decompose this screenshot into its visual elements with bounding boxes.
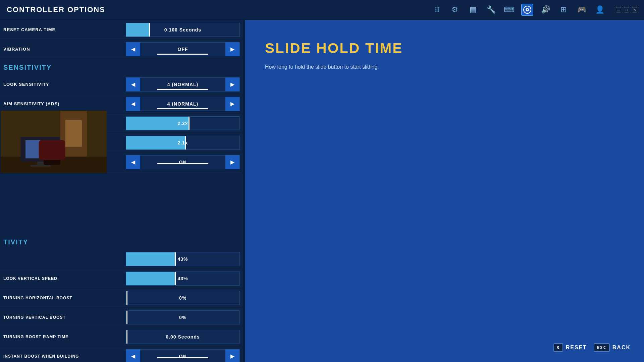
instant-boost-value: ON	[140, 354, 225, 359]
look-vertical-row: LOOK VERTICAL SPEED 43%	[0, 269, 245, 288]
close-button[interactable]: ✕	[632, 7, 637, 12]
build-mode-value2: 2.1x	[126, 140, 239, 145]
look-sensitivity-row: LOOK SENSITIVITY ◀ 4 (NORMAL) ▶	[0, 75, 245, 94]
look-sensitivity-bar	[157, 89, 208, 90]
user-icon[interactable]: 👤	[594, 4, 606, 16]
toggle-right-button[interactable]: ▶	[225, 155, 239, 169]
instant-boost-row: INSTANT BOOST WHEN BUILDING ◀ ON ▶	[0, 347, 245, 362]
svg-rect-9	[37, 162, 44, 165]
reset-camera-time-value: 0.100 Seconds	[126, 27, 239, 33]
turning-vertical-slider[interactable]: 0%	[126, 310, 240, 324]
vibration-row: VIBRATION ◀ OFF ▶	[0, 40, 245, 59]
webcam-overlay	[0, 110, 107, 174]
turning-horizontal-row: TURNING HORIZONTAL BOOST 0%	[0, 288, 245, 308]
look-horizontal-value: 43%	[126, 256, 239, 262]
aim-sensitivity-label: AIM SENSITIVITY (ADS)	[3, 101, 124, 106]
monitor-icon[interactable]: 🖥	[431, 4, 443, 16]
speaker-icon[interactable]: 🔊	[539, 4, 551, 16]
vibration-left-button[interactable]: ◀	[126, 42, 140, 56]
back-label: BACK	[612, 345, 631, 351]
reset-label: RESET	[566, 345, 587, 351]
instant-boost-left-button[interactable]: ◀	[126, 349, 140, 362]
turning-boost-ramp-value: 0.00 Seconds	[126, 334, 239, 340]
title-bar: CONTROLLER OPTIONS 🖥 ⚙ ▤ 🔧 ⌨ 🔊 ⊞ 🎮 👤 — □…	[0, 0, 644, 20]
keyboard-icon[interactable]: ⌨	[503, 4, 515, 16]
look-vertical-label: LOOK VERTICAL SPEED	[3, 276, 124, 281]
build-mode-sensitivity-slider[interactable]: 2.2x	[126, 116, 240, 130]
instant-boost-arrow-control: ◀ ON ▶	[126, 349, 240, 362]
build-mode-sensitivity-slider2[interactable]: 2.1x	[126, 136, 240, 150]
turning-horizontal-control: 0%	[124, 291, 241, 305]
reset-camera-time-slider[interactable]: 0.100 Seconds	[126, 23, 240, 37]
svg-rect-10	[31, 165, 50, 167]
build-mode-sensitivity-control: 2.2x	[124, 116, 241, 130]
turning-horizontal-marker	[126, 291, 127, 305]
turning-horizontal-label: TURNING HORIZONTAL BOOST	[3, 296, 124, 300]
bottom-buttons: R RESET Esc BACK	[553, 343, 631, 352]
main-layout: RESET CAMERA TIME 0.100 Seconds VIBRATIO…	[0, 20, 644, 362]
build-mode-sensitivity-control2: 2.1x	[124, 136, 241, 150]
look-horizontal-slider[interactable]: 43%	[126, 252, 240, 266]
wrench-icon[interactable]: 🔧	[485, 4, 497, 16]
aim-sensitivity-left-button[interactable]: ◀	[126, 97, 140, 111]
look-sensitivity-control: ◀ 4 (NORMAL) ▶	[124, 77, 241, 92]
nav-icons: 🖥 ⚙ ▤ 🔧 ⌨ 🔊 ⊞ 🎮 👤	[431, 4, 606, 16]
advanced-section-header: TIVITY	[0, 236, 245, 249]
build-mode-marker	[189, 117, 190, 130]
turning-boost-ramp-marker	[126, 330, 127, 344]
reset-camera-time-control: 0.100 Seconds	[124, 23, 241, 37]
grid-icon[interactable]: ⊞	[557, 4, 570, 16]
look-sensitivity-right-button[interactable]: ▶	[225, 77, 239, 92]
look-horizontal-marker	[175, 252, 176, 266]
turning-horizontal-slider[interactable]: 0%	[126, 291, 240, 305]
toggle-on-control: ◀ ON ▶	[124, 155, 241, 169]
look-sensitivity-left-button[interactable]: ◀	[126, 77, 140, 92]
left-panel: RESET CAMERA TIME 0.100 Seconds VIBRATIO…	[0, 20, 245, 362]
look-horizontal-row: 43%	[0, 249, 245, 269]
build-mode-marker2	[185, 136, 186, 149]
gear-icon[interactable]: ⚙	[449, 4, 461, 16]
reset-camera-time-row: RESET CAMERA TIME 0.100 Seconds	[0, 20, 245, 40]
back-key: Esc	[594, 343, 610, 352]
vibration-right-button[interactable]: ▶	[225, 42, 239, 56]
aim-sensitivity-value: 4 (NORMAL)	[140, 101, 225, 107]
turning-boost-ramp-control: 0.00 Seconds	[124, 330, 241, 344]
turning-boost-ramp-slider[interactable]: 0.00 Seconds	[126, 330, 240, 344]
minimize-button[interactable]: —	[616, 7, 621, 12]
turning-vertical-label: TURNING VERTICAL BOOST	[3, 315, 124, 320]
look-vertical-value: 43%	[126, 276, 239, 281]
info-title: SLIDE HOLD TIME	[265, 40, 624, 56]
instant-boost-right-button[interactable]: ▶	[225, 349, 239, 362]
reset-button[interactable]: R RESET	[553, 343, 587, 352]
instant-boost-bar	[157, 357, 208, 358]
look-vertical-marker	[175, 272, 176, 285]
look-sensitivity-arrow-control: ◀ 4 (NORMAL) ▶	[126, 77, 240, 92]
turning-boost-ramp-label: TURNING BOOST RAMP TIME	[3, 335, 124, 339]
vibration-value: OFF	[140, 47, 225, 52]
aim-sensitivity-right-button[interactable]: ▶	[225, 97, 239, 111]
menu-icon[interactable]: ▤	[467, 4, 479, 16]
webcam-scene	[1, 110, 107, 174]
turning-horizontal-value: 0%	[126, 295, 239, 301]
aim-sensitivity-bar	[157, 108, 208, 109]
gamepad-icon[interactable]: 🎮	[576, 4, 588, 16]
look-sensitivity-label: LOOK SENSITIVITY	[3, 82, 124, 87]
look-vertical-control: 43%	[124, 272, 241, 286]
svg-rect-5	[65, 120, 82, 147]
vibration-control: ◀ OFF ▶	[124, 42, 241, 56]
toggle-value: ON	[140, 160, 225, 165]
look-vertical-slider[interactable]: 43%	[126, 272, 240, 286]
controller-settings-icon[interactable]	[521, 4, 533, 16]
aim-sensitivity-control: ◀ 4 (NORMAL) ▶	[124, 97, 241, 111]
sensitivity-section-header: SENSITIVITY	[0, 59, 245, 75]
look-horizontal-control: 43%	[124, 252, 241, 266]
toggle-left-button[interactable]: ◀	[126, 155, 140, 169]
maximize-button[interactable]: □	[624, 7, 629, 12]
back-button[interactable]: Esc BACK	[594, 343, 631, 352]
turning-vertical-value: 0%	[126, 315, 239, 320]
svg-point-2	[527, 9, 528, 10]
aim-sensitivity-arrow-control: ◀ 4 (NORMAL) ▶	[126, 97, 240, 111]
webcam-content	[1, 111, 107, 173]
reset-camera-time-label: RESET CAMERA TIME	[3, 27, 124, 32]
right-panel: SLIDE HOLD TIME How long to hold the sli…	[245, 20, 644, 362]
